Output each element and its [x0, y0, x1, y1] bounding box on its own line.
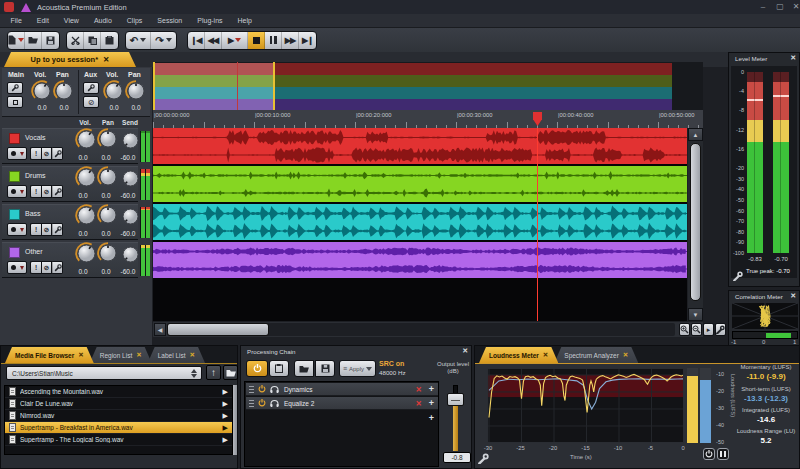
- menu-session[interactable]: Session: [150, 14, 190, 27]
- file-row[interactable]: Supertramp - Breakfast in America.wav▶: [5, 422, 232, 434]
- session-tab-close-icon[interactable]: ✕: [103, 55, 109, 64]
- aux-pan-knob[interactable]: [125, 80, 147, 106]
- track-fx-button[interactable]: [52, 223, 63, 236]
- send-knob[interactable]: [120, 206, 141, 231]
- main-vol-knob[interactable]: [31, 80, 53, 106]
- close-button[interactable]: ✕: [791, 3, 800, 12]
- pan-knob[interactable]: [97, 242, 119, 268]
- file-row[interactable]: Ascending the Mountain.wav▶: [5, 386, 232, 398]
- vertical-scroll-thumb[interactable]: [690, 143, 701, 301]
- track-fx-button[interactable]: [52, 147, 63, 160]
- minimize-button[interactable]: –: [758, 3, 768, 12]
- overview-viewport[interactable]: [153, 62, 275, 110]
- effect-row-equalize-2[interactable]: Equalize 2✕+: [246, 397, 438, 410]
- main-tool-button[interactable]: [7, 82, 23, 94]
- vol-knob[interactable]: [75, 166, 98, 193]
- zoom-menu-button[interactable]: ▸: [703, 323, 714, 336]
- drag-handle-icon[interactable]: [249, 386, 254, 393]
- scroll-left-icon[interactable]: ◀: [154, 323, 166, 336]
- mute-button[interactable]: ⊘: [41, 223, 52, 236]
- loudness-settings-icon[interactable]: [478, 450, 489, 468]
- correlation-meter-close-icon[interactable]: ✕: [790, 292, 796, 300]
- save-button[interactable]: [42, 32, 59, 49]
- timeline-settings-button[interactable]: [715, 323, 726, 336]
- main-monitor-button[interactable]: [7, 96, 23, 108]
- clip-bass[interactable]: [153, 204, 687, 240]
- horizontal-scroll-thumb[interactable]: [167, 323, 269, 336]
- file-list-scrollbar[interactable]: [233, 385, 237, 455]
- chain-save-button[interactable]: [315, 360, 335, 377]
- solo-button[interactable]: !: [30, 185, 41, 198]
- play-button[interactable]: ▶: [222, 32, 248, 49]
- level-meter-settings-icon[interactable]: [733, 267, 743, 285]
- clip-vocals[interactable]: [153, 128, 687, 164]
- path-dropdown[interactable]: C:\Users\Stian\Music: [6, 366, 202, 380]
- send-knob[interactable]: [120, 168, 141, 193]
- vol-knob[interactable]: [75, 204, 98, 231]
- effect-listen-icon[interactable]: [270, 399, 279, 407]
- go-to-end-button[interactable]: ▶❙: [299, 32, 316, 49]
- record-arm-button[interactable]: [7, 185, 27, 198]
- track-fx-button[interactable]: [52, 185, 63, 198]
- vol-knob[interactable]: [75, 128, 98, 155]
- undo-button[interactable]: ↶: [126, 32, 151, 49]
- horizontal-scrollbar[interactable]: [167, 323, 675, 336]
- file-list[interactable]: Ascending the Mountain.wav▶Clair De Lune…: [4, 385, 233, 455]
- output-level-slider[interactable]: [447, 393, 464, 406]
- add-effect-icon[interactable]: +: [429, 413, 434, 423]
- clip-other[interactable]: [153, 242, 687, 278]
- aux-mute-button[interactable]: ⊘: [83, 96, 99, 108]
- pan-knob[interactable]: [97, 128, 119, 154]
- mute-button[interactable]: ⊘: [41, 185, 52, 198]
- track-strip-other[interactable]: Other!⊘0.00.0-60.0: [2, 242, 138, 278]
- menu-plugins[interactable]: Plug-ins: [190, 14, 230, 27]
- tab-region-list[interactable]: Region List✕: [90, 347, 152, 363]
- time-ruler[interactable]: |00:00:00:000|00:00:10:000|00:00:20:000|…: [153, 110, 703, 128]
- track-fx-button[interactable]: [52, 261, 63, 274]
- pan-knob[interactable]: [97, 166, 119, 192]
- effect-power-icon[interactable]: [258, 385, 266, 393]
- drag-handle-icon[interactable]: [249, 400, 254, 407]
- browse-folder-button[interactable]: [223, 365, 238, 380]
- loudness-power-button[interactable]: [703, 448, 715, 460]
- maximize-button[interactable]: ▢: [775, 3, 785, 12]
- vol-knob[interactable]: [75, 242, 98, 269]
- copy-button[interactable]: [84, 32, 101, 49]
- record-arm-button[interactable]: [7, 261, 27, 274]
- up-directory-button[interactable]: ↑: [206, 365, 221, 380]
- track-strip-bass[interactable]: Bass!⊘0.00.0-60.0: [2, 204, 138, 240]
- vertical-scrollbar[interactable]: ▲ ▼: [688, 128, 703, 321]
- add-effect-icon[interactable]: +: [429, 398, 434, 408]
- menu-edit[interactable]: Edit: [29, 14, 56, 27]
- open-button[interactable]: [25, 32, 42, 49]
- solo-button[interactable]: !: [30, 261, 41, 274]
- cut-button[interactable]: [67, 32, 84, 49]
- mute-button[interactable]: ⊘: [41, 261, 52, 274]
- processing-chain-close-icon[interactable]: ✕: [462, 347, 468, 355]
- menu-clips[interactable]: Clips: [119, 14, 150, 27]
- send-knob[interactable]: [120, 130, 141, 155]
- session-overview[interactable]: [153, 62, 703, 110]
- chain-open-button[interactable]: [294, 360, 314, 377]
- track-lanes[interactable]: [153, 128, 687, 321]
- effect-row-dynamics[interactable]: Dynamics✕+: [246, 383, 438, 396]
- preview-play-icon[interactable]: ▶: [223, 388, 228, 396]
- forward-button[interactable]: ▶▶: [282, 32, 299, 49]
- clip-drums[interactable]: [153, 166, 687, 202]
- aux-tool-button[interactable]: [83, 82, 99, 94]
- file-row[interactable]: Supertramp - The Logical Song.wav▶: [5, 434, 232, 446]
- chain-power-button[interactable]: [246, 360, 268, 377]
- mute-button[interactable]: ⊘: [41, 147, 52, 160]
- effect-power-icon[interactable]: [258, 399, 266, 407]
- file-row[interactable]: Nimrod.wav▶: [5, 410, 232, 422]
- record-arm-button[interactable]: [7, 147, 27, 160]
- menu-file[interactable]: File: [3, 14, 29, 27]
- tab-media-file-browser[interactable]: Media File Browser✕: [5, 347, 94, 363]
- record-arm-button[interactable]: [7, 223, 27, 236]
- aux-vol-knob[interactable]: [103, 80, 125, 106]
- scroll-up-icon[interactable]: ▲: [688, 128, 703, 141]
- tab-label-list[interactable]: Label List✕: [148, 347, 205, 363]
- preview-play-icon[interactable]: ▶: [223, 424, 228, 432]
- send-knob[interactable]: [120, 244, 141, 269]
- menu-audio[interactable]: Audio: [86, 14, 119, 27]
